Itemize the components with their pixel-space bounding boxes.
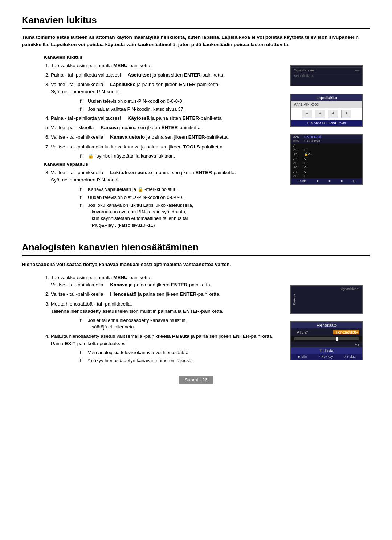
tv-ch-row-a3: A3 🔒C- — [291, 152, 362, 156]
fi-icon-3: fi — [80, 153, 86, 159]
tv-ch-row-a6: A6 C- — [291, 165, 362, 169]
tv-screen-kanava: Kanava Signaalitiedot — [290, 285, 363, 314]
tv-screen-channels: 824 UKTV Gold 825 UKTV style A A2 C- A3 … — [290, 134, 363, 185]
section-title-2: Analogisten kanavien hienosäätäminen — [22, 242, 370, 256]
tv-ch-row-a7: A7 C- — [291, 169, 362, 174]
step-1-7: Valitse - tai -painikkeella lukittava ka… — [51, 143, 282, 159]
right-column-2: Kanava Signaalitiedot Hienosäätö ATV 2* … — [290, 274, 370, 367]
step-1-8: Valitse - tai -painikkeella Lukituksen p… — [51, 169, 282, 229]
tv-fine-channel: ATV 2* — [294, 330, 311, 335]
step-2-4: Palauta hienosäädetty asetus valitsemall… — [51, 333, 282, 364]
tv-menu-bar: Lapsilukko — [291, 94, 362, 101]
tv-fine-slider-container — [291, 336, 362, 342]
fi-icon-2: fi — [80, 106, 86, 112]
step-1-6: Valitse - tai -painikkeella Kanavaluette… — [51, 134, 282, 141]
tv-ch-header2: 825 UKTV style — [291, 139, 362, 143]
tv-pin-3: * — [328, 110, 338, 118]
fi-icon-5: fi — [80, 194, 86, 201]
tv-fine-btn: Palauta — [291, 347, 362, 354]
step-2-1: Tuo valikko esiin painamalla MENU-painik… — [51, 274, 282, 289]
fi-icon-6: fi — [80, 202, 86, 209]
steps-list-2: Valitse - tai -painikkeella Lukituksen p… — [44, 169, 282, 229]
tv-pin-4: * — [341, 110, 351, 118]
step-1-2: Paina - tai -painiketta valitaksesi Aset… — [51, 71, 282, 79]
tv-fine-bottom: ◆ Siirr ☞ Hyv käy ↺ Palaa — [291, 354, 362, 360]
tv-kanava-label: Kanava — [293, 294, 296, 305]
fi-icon-8: fi — [80, 349, 86, 356]
tv-screen-pin: Lapsilukko Anna PIN-koodi * * * * 0~9 An… — [290, 94, 363, 127]
tv-ch-row-a8: A8 C- — [291, 174, 362, 178]
note-unlock-1: fi Kanava vapautetaan ja 🔒 -merkki poist… — [80, 186, 282, 193]
step-2-2: Valitse - tai -painikkeella Hienosäätö j… — [51, 291, 282, 298]
tv-screen-fine: Hienosäätö ATV 2* Hienosäädetty +2 Palau… — [290, 321, 363, 360]
subsection-heading-2: Kanavien vapautus — [44, 161, 282, 167]
note-unlock-3: fi Jos joku kanava on lukittu Lapsilukko… — [80, 202, 282, 229]
tv-fine-title: Hienosäätö — [291, 322, 362, 328]
tv-ch-row-a5: A5 C- — [291, 161, 362, 165]
note-pin-default: fi Uuden television oletus-PIN-koodi on … — [80, 98, 282, 105]
tv-pin-label: Anna PIN-koodi — [291, 101, 362, 108]
fi-icon-4: fi — [80, 186, 86, 193]
steps-list-1: Tuo valikko esiin painamalla MENU-painik… — [44, 62, 282, 160]
subsection-heading-1: Kanavien lukitus — [44, 54, 282, 60]
fi-icon-9: fi — [80, 357, 86, 364]
left-column: Kanavien lukitus Tuo valikko esiin paina… — [22, 54, 282, 231]
step-1-5: Valitse -painikkeella Kanava ja paina se… — [51, 124, 282, 131]
tv-sein-row: Sein klinik. st — [291, 73, 362, 78]
fi-icon-1: fi — [80, 98, 86, 105]
tv-screen-lang: Teksti-tv:n kieli :---- Sein klinik. st — [290, 65, 363, 86]
note-lock-symbol: fi 🔒 -symboli näytetään ja kanava lukita… — [80, 153, 282, 159]
tv-fine-value: +2 — [291, 342, 362, 347]
tv-fine-mode-label: Hienosäädetty — [333, 330, 359, 334]
page-number: Suomi - 26 — [179, 376, 213, 384]
section-title-1: Kanavien lukitus — [22, 15, 370, 29]
tv-fine-slider — [294, 338, 359, 340]
note-unlock-2: fi Uuden television oletus-PIN-koodi on … — [80, 194, 282, 201]
section2-intro: Hienosäädöllä voit säätää tiettyä kanava… — [22, 261, 370, 268]
note-fine-2: fi Vain analogisia televisiokanavia voi … — [80, 349, 282, 356]
tv-fine-channel-row: ATV 2* Hienosäädetty — [291, 328, 362, 336]
note-fine-3: fi * näkyy hienosäädetyn kanavan numeron… — [80, 357, 282, 364]
left-column-2: Tuo valikko esiin painamalla MENU-painik… — [22, 274, 282, 367]
section1-intro: Tämä toiminto estää laitteen asiattoman … — [22, 34, 370, 49]
tv-lang-row: Teksti-tv:n kieli :---- — [291, 68, 362, 73]
tv-ch-row-a2: A2 C- — [291, 148, 362, 152]
step-1-4: Paina - tai -painiketta valitaksesi Käyt… — [51, 115, 282, 122]
tv-pin-bottom: 0~9 Anna PIN-koodi Palaa — [291, 120, 362, 126]
tv-pin-2: * — [315, 110, 325, 118]
page-footer: Suomi - 26 — [22, 377, 370, 382]
tv-ch-row-a4: A4 C- — [291, 156, 362, 161]
steps-list-3: Tuo valikko esiin painamalla MENU-painik… — [44, 274, 282, 364]
right-column-1: Teksti-tv:n kieli :---- Sein klinik. st … — [290, 54, 370, 231]
tv-ch-header1: 824 UKTV Gold — [291, 135, 362, 139]
note-fine-1: fi Jos et tallenna hienosäädetty kanavaa… — [80, 317, 282, 330]
step-2-3: Muuta hienosäätöä - tai -painikkeella. T… — [51, 300, 282, 331]
fi-icon-7: fi — [80, 317, 86, 324]
tv-ch-footer: Kaikki ■ ■ ■ ⊡ — [291, 178, 362, 184]
step-1-3: Valitse - tai -painikkeella Lapsilukko j… — [51, 81, 282, 112]
note-pin-change: fi Jos haluat vaihtaa PIN-koodin, katso … — [80, 106, 282, 112]
tv-pin-row: * * * * — [291, 108, 362, 120]
tv-signal-area: Signaalitiedot — [291, 286, 362, 292]
tv-pin-1: * — [302, 110, 312, 118]
step-1-1: Tuo valikko esiin painamalla MENU-painik… — [51, 62, 282, 69]
tv-ch-row-a: A — [291, 143, 362, 148]
